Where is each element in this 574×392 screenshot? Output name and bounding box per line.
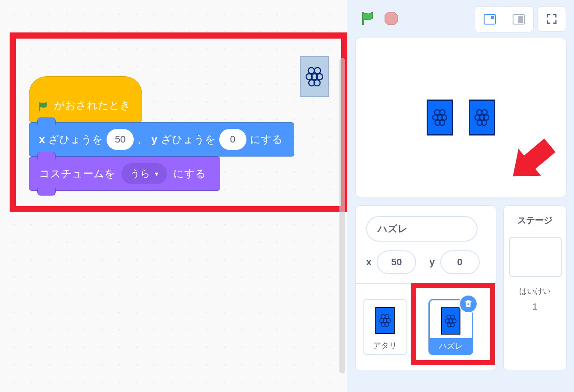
svg-point-27 xyxy=(381,314,385,318)
stage-backdrop-thumb[interactable] xyxy=(509,237,562,277)
flag-icon xyxy=(37,101,49,112)
sprite-thumb-label: アタリ xyxy=(364,338,406,353)
svg-point-19 xyxy=(477,110,482,115)
svg-point-20 xyxy=(482,110,487,115)
x-value-input[interactable]: 50 xyxy=(107,129,134,150)
motion-suffix: にする xyxy=(250,132,283,146)
small-stage-button[interactable] xyxy=(475,7,504,32)
svg-rect-9 xyxy=(491,16,494,19)
x-label: x xyxy=(366,257,371,268)
motion-comma: 、 xyxy=(137,132,148,146)
looks-prefix: コスチュームを xyxy=(39,167,115,181)
svg-point-12 xyxy=(435,110,440,115)
backdrop-label: はいけい xyxy=(509,286,561,296)
stop-button[interactable] xyxy=(383,11,399,26)
stage-size-toggle-group xyxy=(475,6,534,32)
y-value-input[interactable]: 0 xyxy=(219,129,246,150)
backdrop-count: 1 xyxy=(509,302,561,312)
motion-coord-word-2: ざひょうを xyxy=(161,132,216,146)
x-coord-input[interactable]: 50 xyxy=(377,250,416,274)
motion-y-prefix: y xyxy=(151,133,157,146)
svg-point-13 xyxy=(440,110,445,115)
motion-x-prefix: x xyxy=(39,133,45,146)
fullscreen-button[interactable] xyxy=(537,6,566,32)
flag-icon xyxy=(360,11,375,26)
svg-point-1 xyxy=(314,68,321,74)
svg-point-0 xyxy=(308,68,314,74)
stage-title: ステージ xyxy=(509,214,561,226)
scrollbar-vertical[interactable] xyxy=(339,58,345,374)
script-sprite-thumb xyxy=(300,56,329,97)
sprite-name-input[interactable]: ハズレ xyxy=(366,216,478,242)
delete-sprite-button[interactable] xyxy=(459,294,478,314)
script-area[interactable]: がおされたとき xざひょうを 50 、 yざひょうを 0 にする コスチュームを… xyxy=(0,0,347,392)
chevron-down-icon: ▾ xyxy=(155,170,158,178)
when-flag-clicked-block[interactable]: がおされたとき xyxy=(29,76,142,122)
large-stage-icon xyxy=(513,14,525,25)
goto-xy-block[interactable]: xざひょうを 50 、 yざひょうを 0 にする xyxy=(29,122,294,157)
trash-icon xyxy=(463,299,473,309)
hat-label: がおされたとき xyxy=(54,98,131,112)
block-stack[interactable]: がおされたとき xざひょうを 50 、 yざひょうを 0 にする コスチュームを… xyxy=(29,76,294,191)
switch-costume-block[interactable]: コスチュームを うら ▾ にする xyxy=(29,157,220,191)
stage-panel: ステージ はいけい 1 xyxy=(503,205,567,371)
annotation-frame-2 xyxy=(411,283,495,365)
stage-sprite-card-2[interactable] xyxy=(469,100,495,135)
green-flag-button[interactable] xyxy=(360,11,375,26)
y-coord-input[interactable]: 0 xyxy=(440,250,480,274)
motion-coord-word-1: ざひょうを xyxy=(48,132,103,146)
stop-icon xyxy=(384,11,399,26)
sprite-list: アタリ ハズレ xyxy=(355,283,496,371)
svg-rect-34 xyxy=(467,303,469,305)
y-label: y xyxy=(429,257,435,268)
fullscreen-icon xyxy=(546,13,557,25)
stage-sprite-card-1[interactable] xyxy=(427,100,453,135)
sprite-thumb-atari[interactable]: アタリ xyxy=(363,299,407,355)
large-stage-button[interactable] xyxy=(504,7,533,32)
looks-suffix: にする xyxy=(173,167,206,181)
svg-marker-7 xyxy=(385,12,397,25)
svg-rect-11 xyxy=(518,16,523,23)
small-stage-icon xyxy=(484,14,496,25)
svg-point-28 xyxy=(385,314,389,318)
sprite-info-panel: ハズレ x 50 y 0 xyxy=(355,205,496,283)
costume-dropdown[interactable]: うら ▾ xyxy=(121,163,167,184)
